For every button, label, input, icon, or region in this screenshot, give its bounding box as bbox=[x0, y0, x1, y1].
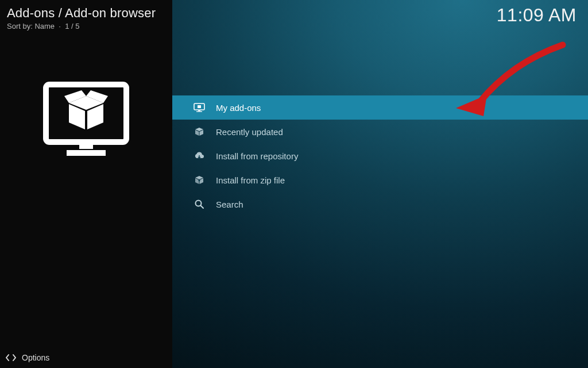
sort-value: Name bbox=[34, 22, 55, 30]
svg-marker-14 bbox=[200, 130, 204, 136]
zip-file-icon bbox=[193, 175, 206, 185]
menu-item-search[interactable]: Search bbox=[172, 192, 588, 216]
search-icon bbox=[193, 199, 206, 209]
header: Add-ons / Add-on browser Sort by: Name ·… bbox=[0, 0, 172, 33]
menu-item-my-addons[interactable]: My add-ons bbox=[172, 95, 588, 120]
svg-rect-1 bbox=[79, 143, 93, 149]
sidebar: Add-ons / Add-on browser Sort by: Name ·… bbox=[0, 0, 172, 368]
svg-rect-11 bbox=[198, 105, 201, 108]
position-indicator: 1 / 5 bbox=[65, 22, 79, 30]
svg-rect-0 bbox=[46, 85, 126, 142]
svg-marker-17 bbox=[200, 178, 204, 184]
sort-prefix: Sort by: bbox=[7, 22, 33, 30]
addons-box-monitor-icon bbox=[40, 79, 132, 165]
options-arrows-icon bbox=[6, 354, 16, 362]
svg-rect-10 bbox=[196, 111, 202, 112]
breadcrumb: Add-ons / Add-on browser bbox=[7, 6, 165, 21]
svg-line-19 bbox=[201, 206, 204, 209]
menu-item-label: My add-ons bbox=[216, 103, 261, 113]
svg-rect-9 bbox=[198, 110, 200, 111]
options-label: Options bbox=[22, 353, 49, 362]
svg-marker-16 bbox=[195, 178, 199, 184]
options-button[interactable]: Options bbox=[6, 353, 49, 362]
open-box-icon bbox=[193, 126, 206, 137]
menu-item-label: Install from repository bbox=[216, 151, 298, 161]
svg-marker-13 bbox=[195, 130, 199, 136]
menu-item-install-zip[interactable]: Install from zip file bbox=[172, 168, 588, 192]
sort-sep: · bbox=[59, 22, 61, 30]
menu-item-label: Search bbox=[216, 200, 243, 209]
menu-list: My add-ons Recently updated bbox=[172, 95, 588, 216]
monitor-addon-icon bbox=[193, 103, 206, 112]
svg-rect-2 bbox=[67, 150, 106, 156]
menu-item-label: Recently updated bbox=[216, 127, 283, 137]
main-pane: 11:09 AM My add-ons bbox=[172, 0, 588, 368]
menu-item-install-repository[interactable]: Install from repository bbox=[172, 144, 588, 168]
menu-item-label: Install from zip file bbox=[216, 175, 285, 185]
sort-line[interactable]: Sort by: Name · 1 / 5 bbox=[7, 22, 165, 30]
cloud-download-icon bbox=[193, 151, 206, 160]
clock: 11:09 AM bbox=[497, 5, 577, 26]
category-image bbox=[0, 79, 172, 165]
menu-item-recently-updated[interactable]: Recently updated bbox=[172, 120, 588, 144]
